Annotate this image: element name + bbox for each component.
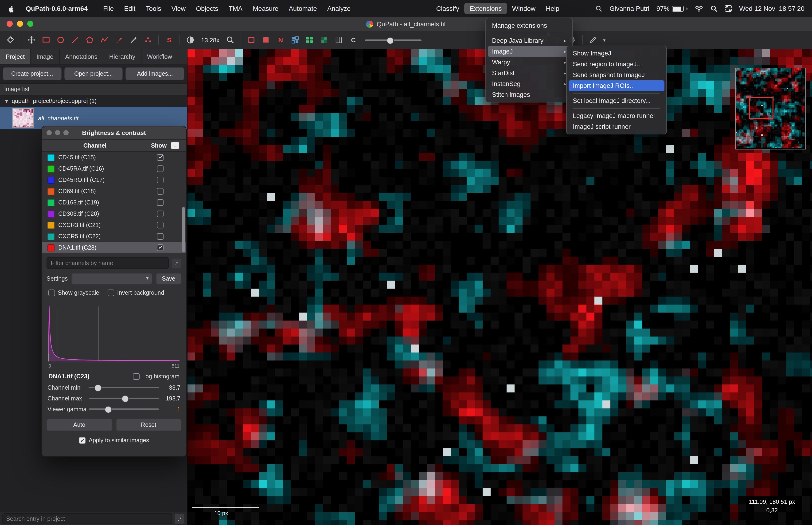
save-settings-button[interactable]: Save	[156, 273, 181, 284]
fill-detections-icon[interactable]	[303, 34, 316, 46]
imagej-menu-item-import-imagej-rois[interactable]: Import ImageJ ROIs...	[569, 80, 664, 91]
channel-row-cd45-tif-c15[interactable]: CD45.tif (C15)	[42, 152, 186, 163]
invert-background-checkbox[interactable]: Invert background	[108, 289, 164, 296]
overview-thumbnail[interactable]	[735, 68, 806, 149]
tab-image[interactable]: Image	[31, 49, 59, 64]
settings-combobox[interactable]: ▾	[72, 273, 152, 284]
channel-row-cxcr5-tif-c22[interactable]: CXCR5.tif (C22)	[42, 231, 186, 242]
dialog-minimize-button[interactable]	[55, 130, 60, 135]
wand-tool-icon[interactable]	[127, 34, 140, 46]
menubar-item-analyze[interactable]: Analyze	[322, 3, 356, 14]
polyline-tool-icon[interactable]	[98, 34, 111, 46]
reset-button[interactable]: Reset	[116, 419, 181, 431]
menubar-item-extensions[interactable]: Extensions	[464, 3, 507, 14]
tab-workflow[interactable]: Workflow	[141, 49, 178, 64]
filter-channels-input[interactable]	[47, 257, 169, 269]
dialog-titlebar[interactable]: Brightness & contrast	[42, 126, 186, 139]
create-project-button[interactable]: Create project...	[3, 67, 61, 80]
log-histogram-checkbox[interactable]: Log histogram	[133, 373, 180, 379]
menubar-item-objects[interactable]: Objects	[191, 3, 224, 14]
tag-tool-icon[interactable]	[4, 34, 17, 46]
imagej-menu-item-legacy-imagej-macro-runner[interactable]: Legacy ImageJ macro runner	[569, 110, 664, 121]
opacity-slider-thumb[interactable]	[386, 37, 394, 44]
zoom-level-display[interactable]: 13.28x	[198, 36, 222, 44]
show-detections-icon[interactable]	[289, 34, 302, 46]
menubar-item-view[interactable]: View	[166, 3, 191, 14]
extensions-menu-item-instanseg[interactable]: InstanSeg▸	[488, 78, 570, 89]
imagej-menu-item-show-imagej[interactable]: Show ImageJ	[569, 48, 664, 59]
dialog-close-button[interactable]	[47, 130, 52, 135]
project-tree-node[interactable]: ▼ qupath_project/project.qpproj (1)	[0, 95, 187, 107]
wifi-icon[interactable]	[694, 5, 703, 12]
search-regex-button[interactable]: .*	[174, 513, 185, 524]
channel-row-cd69-tif-c18[interactable]: CD69.tif (C18)	[42, 186, 186, 197]
channel-show-checkbox[interactable]	[157, 199, 164, 206]
polygon-tool-icon[interactable]	[83, 34, 96, 46]
imagej-menu-item-imagej-script-runner[interactable]: ImageJ script runner	[569, 121, 664, 132]
points-tool-icon[interactable]	[141, 34, 155, 46]
channel-show-checkbox[interactable]	[157, 177, 164, 183]
channel-show-checkbox[interactable]	[157, 222, 164, 228]
opacity-slider[interactable]	[365, 34, 422, 46]
slider-track[interactable]	[89, 408, 159, 410]
image-viewer[interactable]: 10 px 111.09, 180.51 px 0,32	[187, 49, 812, 525]
viewer-canvas[interactable]	[187, 49, 812, 525]
move-tool-icon[interactable]	[25, 34, 38, 46]
open-project-button[interactable]: Open project...	[64, 67, 123, 80]
script-pen-icon[interactable]	[586, 34, 600, 46]
extensions-menu-item-manage-extensions[interactable]: Manage extensions	[488, 20, 570, 31]
menubar-item-automate[interactable]: Automate	[284, 3, 322, 14]
menubar-item-measure[interactable]: Measure	[248, 3, 284, 14]
menubar-item-classify[interactable]: Classify	[431, 3, 464, 14]
imagej-menu-item-send-region-to-imagej[interactable]: Send region to ImageJ...	[569, 59, 664, 70]
imagej-menu-item-set-local-imagej-directory[interactable]: Set local ImageJ directory...	[569, 95, 664, 106]
extensions-menu-item-stitch-images[interactable]: Stitch images	[488, 89, 570, 100]
toggle-all-channels-button[interactable]: –	[171, 142, 179, 149]
fill-annotations-icon[interactable]	[259, 34, 273, 46]
extensions-menu-item-deep-java-library[interactable]: Deep Java Library▸	[488, 35, 570, 46]
add-images-button[interactable]: Add images...	[126, 67, 184, 80]
menubar-item-tools[interactable]: Tools	[140, 3, 166, 14]
channel-viewer-toggle[interactable]: C	[347, 34, 360, 46]
show-column-header[interactable]: Show	[148, 142, 170, 149]
channel-row-dna1-tif-c23[interactable]: DNA1.tif (C23)	[42, 242, 186, 253]
auto-button[interactable]: Auto	[47, 419, 112, 431]
channel-row-cd45ro-tif-c17[interactable]: CD45RO.tif (C17)	[42, 174, 186, 186]
window-titlebar[interactable]: QuPath - all_channels.tif	[0, 17, 812, 31]
imagej-menu-item-send-snapshot-to-imagej[interactable]: Send snapshot to ImageJ	[569, 70, 664, 80]
channel-row-cxcr3-tif-c21[interactable]: CXCR3.tif (C21)	[42, 220, 186, 231]
extensions-menu-item-stardist[interactable]: StarDist▸	[488, 68, 570, 78]
line-tool-icon[interactable]	[68, 34, 82, 46]
channel-row-cd45ra-tif-c16[interactable]: CD45RA.tif (C16)	[42, 163, 186, 174]
close-window-button[interactable]	[6, 21, 13, 27]
brush-tool-icon[interactable]	[112, 34, 125, 46]
overview-viewport-rect[interactable]	[749, 97, 773, 119]
channel-show-checkbox[interactable]	[157, 211, 164, 217]
channel-show-checkbox[interactable]	[157, 233, 164, 240]
menu-extra-icon[interactable]	[595, 5, 602, 12]
tab-project[interactable]: Project	[0, 49, 31, 64]
minimize-window-button[interactable]	[17, 21, 23, 27]
app-menu-title[interactable]: QuPath-0.6.0-arm64	[22, 3, 91, 14]
menubar-item-file[interactable]: File	[98, 3, 119, 14]
menubar-item-edit[interactable]: Edit	[119, 3, 140, 14]
channel-show-checkbox[interactable]	[157, 244, 164, 251]
channel-row-cd303-tif-c20[interactable]: CD303.tif (C20)	[42, 208, 186, 220]
user-menu[interactable]: Givanna Putri	[610, 5, 649, 12]
pixel-classification-icon[interactable]	[318, 34, 331, 46]
show-annotations-icon[interactable]	[245, 34, 258, 46]
menubar-item-help[interactable]: Help	[541, 3, 565, 14]
rectangle-tool-icon[interactable]	[40, 34, 52, 46]
channel-show-checkbox[interactable]	[157, 165, 164, 172]
show-names-toggle[interactable]: N	[274, 34, 287, 46]
tab-hierarchy[interactable]: Hierarchy	[104, 49, 141, 64]
channel-show-checkbox[interactable]	[157, 188, 164, 195]
control-center-icon[interactable]	[724, 5, 732, 12]
brightness-contrast-icon[interactable]	[184, 34, 197, 46]
menubar-clock[interactable]: Wed 12 Nov 18 57 20	[739, 5, 805, 12]
zoom-to-fit-icon[interactable]	[224, 34, 237, 46]
slider-track[interactable]	[89, 397, 159, 399]
spotlight-icon[interactable]	[710, 5, 718, 12]
selection-mode-toggle[interactable]: S	[163, 34, 176, 46]
channel-show-checkbox[interactable]	[157, 154, 164, 161]
